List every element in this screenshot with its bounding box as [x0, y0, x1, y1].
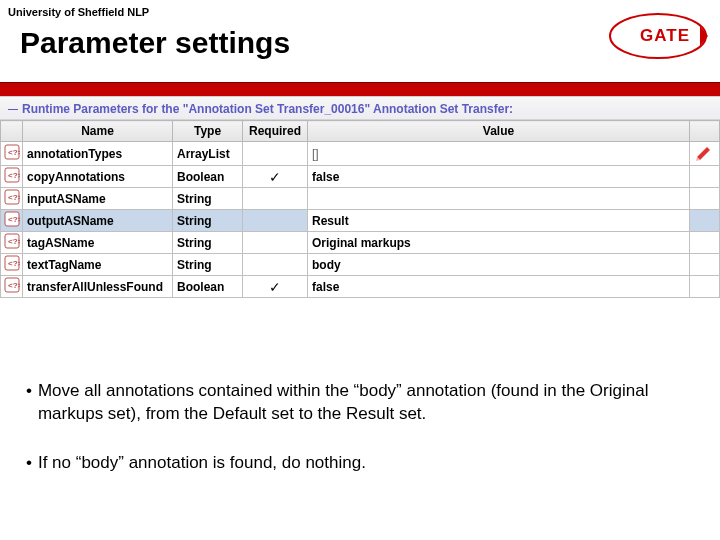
edit-button — [690, 210, 720, 232]
param-value[interactable]: [] — [308, 142, 690, 166]
note-text: If no “body” annotation is found, do not… — [38, 452, 366, 475]
svg-text:<?>: <?> — [8, 148, 20, 157]
param-required — [243, 188, 308, 210]
table-header: Name Type Required Value — [1, 121, 720, 142]
table-row[interactable]: <?>copyAnnotationsBoolean✓false — [1, 166, 720, 188]
svg-text:<?>: <?> — [8, 193, 20, 202]
col-icon — [1, 121, 23, 142]
table-row[interactable]: <?>textTagNameStringbody — [1, 254, 720, 276]
bullet-icon: • — [26, 452, 32, 475]
param-required: ✓ — [243, 276, 308, 298]
parameters-panel: Runtime Parameters for the "Annotation S… — [0, 96, 720, 298]
param-value[interactable]: Original markups — [308, 232, 690, 254]
university-label: University of Sheffield NLP — [8, 6, 149, 18]
col-edit — [690, 121, 720, 142]
logo-text: GATE — [640, 26, 690, 46]
question-icon: <?> — [1, 254, 23, 276]
param-type: String — [173, 232, 243, 254]
notes: • Move all annotations contained within … — [26, 380, 694, 501]
panel-title: Runtime Parameters for the "Annotation S… — [0, 96, 720, 120]
note-item-2: • If no “body” annotation is found, do n… — [26, 452, 694, 475]
edit-button — [690, 188, 720, 210]
param-type: String — [173, 254, 243, 276]
table-row[interactable]: <?>transferAllUnlessFoundBoolean✓false — [1, 276, 720, 298]
param-name: textTagName — [23, 254, 173, 276]
table-row[interactable]: <?>annotationTypesArrayList[] — [1, 142, 720, 166]
param-type: Boolean — [173, 166, 243, 188]
svg-text:<?>: <?> — [8, 237, 20, 246]
param-value[interactable]: body — [308, 254, 690, 276]
edit-button — [690, 166, 720, 188]
gate-logo: GATE — [608, 12, 708, 60]
parameters-table: Name Type Required Value <?>annotationTy… — [0, 120, 720, 298]
edit-button — [690, 254, 720, 276]
param-required — [243, 210, 308, 232]
edit-button[interactable] — [690, 142, 720, 166]
param-type: Boolean — [173, 276, 243, 298]
table-body: <?>annotationTypesArrayList[]<?>copyAnno… — [1, 142, 720, 298]
param-value[interactable]: Result — [308, 210, 690, 232]
param-name: outputASName — [23, 210, 173, 232]
note-text: Move all annotations contained within th… — [38, 380, 694, 426]
param-value[interactable]: false — [308, 276, 690, 298]
question-icon: <?> — [1, 142, 23, 166]
param-required — [243, 254, 308, 276]
note-item-1: • Move all annotations contained within … — [26, 380, 694, 426]
param-type: String — [173, 210, 243, 232]
svg-text:<?>: <?> — [8, 281, 20, 290]
param-type: ArrayList — [173, 142, 243, 166]
question-icon: <?> — [1, 276, 23, 298]
col-required[interactable]: Required — [243, 121, 308, 142]
param-name: copyAnnotations — [23, 166, 173, 188]
param-required — [243, 232, 308, 254]
param-value[interactable] — [308, 188, 690, 210]
table-row[interactable]: <?>outputASNameStringResult — [1, 210, 720, 232]
table-row[interactable]: <?>tagASNameStringOriginal markups — [1, 232, 720, 254]
param-name: tagASName — [23, 232, 173, 254]
param-required — [243, 142, 308, 166]
svg-text:<?>: <?> — [8, 171, 20, 180]
edit-button — [690, 276, 720, 298]
question-icon: <?> — [1, 166, 23, 188]
param-required: ✓ — [243, 166, 308, 188]
question-icon: <?> — [1, 188, 23, 210]
bullet-icon: • — [26, 380, 32, 426]
col-type[interactable]: Type — [173, 121, 243, 142]
col-value[interactable]: Value — [308, 121, 690, 142]
question-icon: <?> — [1, 232, 23, 254]
param-name: inputASName — [23, 188, 173, 210]
svg-text:<?>: <?> — [8, 259, 20, 268]
col-name[interactable]: Name — [23, 121, 173, 142]
param-value[interactable]: false — [308, 166, 690, 188]
edit-button — [690, 232, 720, 254]
param-type: String — [173, 188, 243, 210]
svg-text:<?>: <?> — [8, 215, 20, 224]
param-name: annotationTypes — [23, 142, 173, 166]
divider-bar — [0, 82, 720, 96]
page-title: Parameter settings — [20, 26, 290, 60]
question-icon: <?> — [1, 210, 23, 232]
param-name: transferAllUnlessFound — [23, 276, 173, 298]
table-row[interactable]: <?>inputASNameString — [1, 188, 720, 210]
